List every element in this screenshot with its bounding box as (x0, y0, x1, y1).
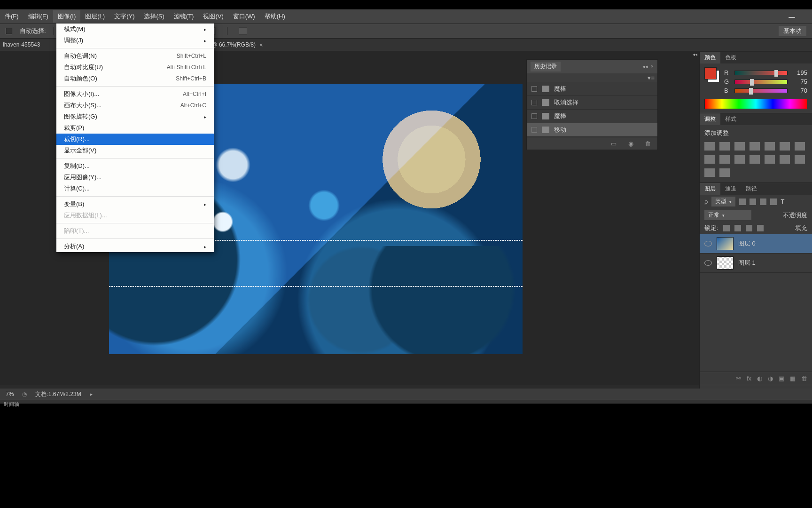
camera-icon[interactable]: ◉ (626, 140, 635, 147)
filter-icon[interactable] (750, 198, 756, 205)
status-arrow-icon[interactable]: ▸ (90, 391, 93, 397)
adjustment-preset-icon[interactable] (704, 168, 715, 177)
filter-icon[interactable] (770, 198, 777, 205)
layer-name[interactable]: 图层 1 (738, 259, 756, 267)
adjustment-preset-icon[interactable] (704, 155, 715, 164)
menu-dropdown-item[interactable]: 显示全部(V) (56, 145, 214, 156)
menu-item[interactable]: 选择(S) (139, 10, 169, 23)
layer-thumbnail[interactable] (717, 237, 734, 250)
lock-all-icon[interactable] (757, 225, 764, 231)
filter-icon[interactable] (760, 198, 766, 205)
menu-item[interactable]: 滤镜(T) (169, 10, 199, 23)
link-icon[interactable]: ⚯ (736, 375, 741, 382)
adjustment-preset-icon[interactable] (719, 155, 730, 164)
adjustment-preset-icon[interactable] (750, 155, 760, 164)
menu-dropdown-item[interactable]: 分析(A) (56, 241, 214, 252)
menu-dropdown-item[interactable]: 调整(J) (56, 35, 214, 46)
menu-item[interactable]: 文字(Y) (109, 10, 139, 23)
menu-item[interactable]: 图层(L) (80, 10, 109, 23)
close-panel-icon[interactable]: × (651, 64, 654, 70)
menu-dropdown-item[interactable]: 复制(D)... (56, 160, 214, 172)
collapse-icon[interactable]: ◂◂ (642, 64, 648, 70)
timeline-label[interactable]: 时间轴 (4, 401, 19, 407)
adjustment-preset-icon[interactable] (734, 155, 745, 164)
adjustment-preset-icon[interactable] (719, 142, 730, 151)
adjustment-preset-icon[interactable] (795, 142, 805, 151)
history-tab[interactable]: 历史记录 (531, 62, 561, 71)
history-item[interactable]: 取消选择 (527, 96, 657, 110)
adjustment-preset-icon[interactable] (795, 155, 805, 164)
filter-icon[interactable] (739, 198, 746, 205)
auto-select-checkbox[interactable] (6, 28, 12, 34)
menu-dropdown-item[interactable]: 画布大小(S)...Alt+Ctrl+C (56, 100, 214, 111)
panel-tab[interactable]: 通道 (720, 183, 741, 195)
mask-icon[interactable]: ◐ (757, 375, 762, 382)
adjustment-preset-icon[interactable] (765, 142, 775, 151)
menu-dropdown-item[interactable]: 裁剪(P) (56, 122, 214, 134)
history-item[interactable]: 魔棒 (527, 82, 657, 96)
menu-dropdown-item[interactable]: 自动颜色(O)Shift+Ctrl+B (56, 73, 214, 84)
minimize-button[interactable]: – (783, 14, 801, 24)
menu-dropdown-item[interactable]: 图像旋转(G) (56, 111, 214, 122)
visibility-icon[interactable] (704, 260, 712, 266)
layer-filter-select[interactable]: 类型 (711, 197, 735, 206)
color-slider[interactable] (734, 79, 788, 84)
close-tab-icon[interactable]: × (259, 41, 263, 48)
status-icon[interactable]: ◔ (22, 391, 27, 397)
fg-color-swatch[interactable] (704, 67, 717, 79)
lock-position-icon[interactable] (746, 225, 752, 231)
menu-item[interactable]: 视图(V) (198, 10, 228, 23)
menu-dropdown-item[interactable]: 应用图像(Y)... (56, 172, 214, 183)
menu-dropdown-item[interactable]: 自动对比度(U)Alt+Shift+Ctrl+L (56, 62, 214, 73)
document-tab-title[interactable]: 1 @ 66.7%(RGB/8) (207, 41, 256, 48)
adjustment-preset-icon[interactable] (719, 168, 730, 177)
history-item[interactable]: 魔棒 (527, 110, 657, 123)
adjustment-layer-icon[interactable]: ◑ (768, 375, 773, 382)
color-slider[interactable] (734, 71, 788, 75)
menu-dropdown-item[interactable]: 自动色调(N)Shift+Ctrl+L (56, 50, 214, 62)
panel-tab[interactable]: 颜色 (700, 52, 720, 64)
menu-item[interactable]: 图像(I) (53, 10, 80, 23)
color-spectrum[interactable] (704, 99, 807, 109)
adjustment-preset-icon[interactable] (734, 142, 745, 151)
panel-menu-icon[interactable]: ▾≡ (648, 74, 655, 81)
panel-tab[interactable]: 路径 (741, 183, 762, 195)
panel-tab[interactable]: 调整 (700, 113, 720, 125)
fx-icon[interactable]: fx (747, 375, 751, 382)
panel-collapse-icon[interactable]: ◂◂ (693, 52, 697, 57)
layer-thumbnail[interactable] (717, 256, 734, 270)
workspace-button[interactable]: 基本功 (779, 26, 806, 36)
blend-mode-select[interactable]: 正常 (704, 210, 751, 220)
menu-dropdown-item[interactable]: 图像大小(I)...Alt+Ctrl+I (56, 88, 214, 100)
adjustment-preset-icon[interactable] (780, 155, 790, 164)
layer-name[interactable]: 图层 0 (738, 239, 756, 248)
color-slider[interactable] (734, 88, 788, 93)
menu-dropdown-item[interactable]: 计算(C)... (56, 183, 214, 194)
adjustment-preset-icon[interactable] (704, 142, 715, 151)
menu-dropdown-item[interactable]: 变量(B) (56, 198, 214, 210)
panel-tab[interactable]: 样式 (720, 113, 741, 125)
adjustment-preset-icon[interactable] (765, 155, 775, 164)
panel-tab[interactable]: 图层 (700, 183, 720, 195)
document-tab-fragment[interactable]: lhaven-455543 (3, 41, 40, 48)
filter-type-icon[interactable]: T (781, 198, 784, 205)
menu-dropdown-item[interactable]: 裁切(R)... (56, 134, 214, 145)
new-snapshot-icon[interactable]: ▭ (609, 140, 618, 147)
trash-icon[interactable]: 🗑 (643, 140, 652, 147)
panel-tab[interactable]: 色板 (720, 52, 741, 64)
trash-icon[interactable]: 🗑 (801, 375, 807, 382)
menu-item[interactable]: 窗口(W) (228, 10, 260, 23)
adjustment-preset-icon[interactable] (780, 142, 790, 151)
visibility-icon[interactable] (704, 241, 712, 246)
layer-row[interactable]: 图层 0 (700, 234, 812, 254)
zoom-level[interactable]: 7% (6, 391, 14, 397)
history-item[interactable]: 移动 (527, 123, 657, 137)
lock-brush-icon[interactable] (734, 225, 741, 231)
menu-item[interactable]: 编辑(E) (23, 10, 53, 23)
new-layer-icon[interactable]: ▦ (790, 375, 796, 382)
lock-pixels-icon[interactable] (723, 225, 730, 231)
layer-row[interactable]: 图层 1 (700, 254, 812, 273)
menu-dropdown-item[interactable]: 模式(M) (56, 24, 214, 35)
adjustment-preset-icon[interactable] (750, 142, 760, 151)
group-icon[interactable]: ▣ (779, 375, 784, 382)
